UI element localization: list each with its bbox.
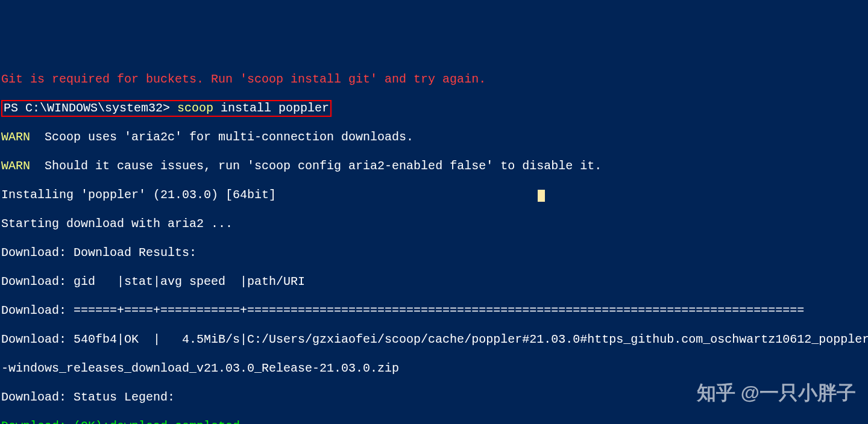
download-legend: Download: Status Legend: xyxy=(1,390,175,404)
download-line: Download: Download Results: xyxy=(1,246,197,260)
download-separator: Download: ======+====+===========+======… xyxy=(1,304,804,317)
watermark: 知乎 @一只小胖子 xyxy=(697,385,856,400)
download-row: -windows_releases_download_v21.03.0_Rele… xyxy=(1,361,399,375)
warn-label: WARN xyxy=(1,130,30,144)
command-highlight-box: PS C:\WINDOWS\system32> scoop install po… xyxy=(1,100,332,117)
cursor xyxy=(538,190,545,202)
terminal-output[interactable]: Git is required for buckets. Run 'scoop … xyxy=(0,58,868,424)
command-token: scoop xyxy=(177,101,213,115)
command-args: install poppler xyxy=(213,101,329,115)
download-line: Starting download with aria2 ... xyxy=(1,217,233,231)
error-line: Git is required for buckets. Run 'scoop … xyxy=(1,72,486,86)
download-ok: Download: (OK):download completed. xyxy=(1,419,247,424)
warn-label: WARN xyxy=(1,159,30,173)
prompt: PS C:\WINDOWS\system32> xyxy=(4,101,177,115)
warn-text: Scoop uses 'aria2c' for multi-connection… xyxy=(30,130,414,144)
download-header: Download: gid |stat|avg speed |path/URI xyxy=(1,275,305,288)
warn-text: Should it cause issues, run 'scoop confi… xyxy=(30,159,602,173)
installing-line: Installing 'poppler' (21.03.0) [64bit] xyxy=(1,188,276,202)
download-row: Download: 540fb4|OK | 4.5MiB/s|C:/Users/… xyxy=(1,332,868,346)
